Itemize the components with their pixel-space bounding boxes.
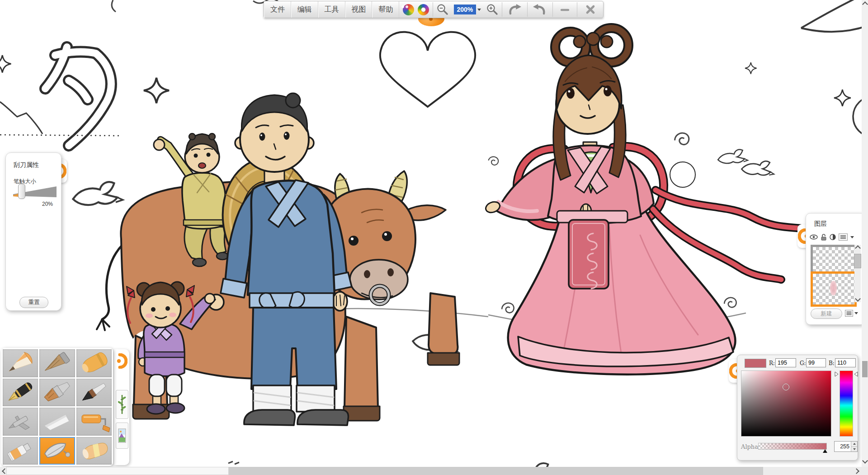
tool-crayon[interactable] xyxy=(76,349,112,377)
scraper-panel-title: 刮刀属性 xyxy=(14,161,39,169)
alpha-spinner[interactable]: 255 xyxy=(834,441,858,452)
menu-help[interactable]: 帮助 xyxy=(372,1,399,18)
tool-fountain-pen[interactable] xyxy=(3,379,38,407)
alpha-value: 255 xyxy=(835,442,851,451)
picture-icon xyxy=(118,426,126,445)
brush-size-value: 20% xyxy=(42,201,53,207)
layer-1-thumbnail[interactable] xyxy=(811,245,857,275)
scroll-right-arrow[interactable] xyxy=(854,468,859,474)
r-input[interactable] xyxy=(775,358,796,367)
b-input[interactable] xyxy=(835,358,856,367)
saturation-value-square[interactable] xyxy=(741,370,831,437)
minimize-button[interactable] xyxy=(553,1,577,18)
g-label: G: xyxy=(800,360,806,366)
menu-view[interactable]: 视图 xyxy=(345,1,373,18)
zoom-out-icon[interactable] xyxy=(433,1,452,18)
tool-palette xyxy=(1,348,113,466)
layer-list-menu-caret[interactable] xyxy=(854,312,858,314)
bamboo-icon xyxy=(118,394,126,415)
menu-tools[interactable]: 工具 xyxy=(318,1,345,18)
brush-size-label: 笔触大小 xyxy=(14,178,36,185)
menu-edit[interactable]: 编辑 xyxy=(291,1,318,18)
layer-2-thumbnail[interactable] xyxy=(811,271,857,307)
tool-paint-roller[interactable] xyxy=(76,408,112,436)
menu-file[interactable]: 文件 xyxy=(264,1,291,18)
r-label: R: xyxy=(769,360,775,366)
tool-ink-brush[interactable] xyxy=(76,379,112,407)
tool-wooden-pen[interactable] xyxy=(39,349,75,377)
redo-button[interactable] xyxy=(528,1,552,18)
color-picker-panel: R: G: B: Alpha 255 xyxy=(737,355,858,461)
weaver-girl xyxy=(484,28,810,375)
layer-menu-caret[interactable] xyxy=(850,236,854,238)
unlock-icon[interactable] xyxy=(821,234,827,241)
alpha-marker[interactable] xyxy=(822,449,828,453)
tool-scraper[interactable] xyxy=(39,437,75,465)
tool-eraser[interactable] xyxy=(76,437,112,465)
heart-outline xyxy=(380,32,475,107)
hue-marker-left[interactable] xyxy=(835,371,839,377)
b-label: B: xyxy=(829,360,835,366)
app-swirl-icon[interactable] xyxy=(418,1,433,18)
layers-panel: 图层 新建 xyxy=(806,213,865,325)
zoom-dropdown-button[interactable] xyxy=(476,1,483,18)
zoom-level-value[interactable]: 200% xyxy=(454,5,476,14)
crescent-moon xyxy=(801,0,868,32)
new-layer-button[interactable]: 新建 xyxy=(811,309,842,319)
alpha-down-button[interactable] xyxy=(851,446,857,452)
scroll-down-arrow[interactable] xyxy=(862,458,868,464)
alpha-up-button[interactable] xyxy=(851,442,857,446)
current-color-swatch xyxy=(745,359,766,368)
reset-button[interactable]: 重置 xyxy=(19,297,48,308)
close-button[interactable] xyxy=(577,1,603,18)
horizontal-scroll-track[interactable] xyxy=(229,467,763,475)
horizontal-scrollbar[interactable] xyxy=(0,467,868,475)
hue-marker-right[interactable] xyxy=(854,371,858,377)
layers-scrollbar[interactable] xyxy=(854,245,861,302)
layer-list-menu-icon[interactable] xyxy=(845,310,853,317)
char-qixi xyxy=(45,47,111,146)
brush-size-slider[interactable] xyxy=(18,184,25,199)
layer-menu-icon[interactable] xyxy=(839,233,848,241)
tool-paint-tube[interactable] xyxy=(3,437,38,465)
layer-2-content-preview xyxy=(830,281,837,295)
alpha-label: Alpha xyxy=(741,443,758,450)
blend-contrast-icon[interactable] xyxy=(830,234,836,240)
alpha-bar[interactable] xyxy=(758,443,827,450)
scroll-up-arrow[interactable] xyxy=(862,1,868,7)
picture-stamp-button[interactable] xyxy=(116,423,128,449)
tool-paintbrush[interactable] xyxy=(39,379,75,407)
tool-airbrush[interactable] xyxy=(3,408,38,436)
horizontal-scroll-thumb[interactable] xyxy=(6,467,229,475)
zoom-in-icon[interactable] xyxy=(483,1,502,18)
scraper-properties-panel: 刮刀属性 笔触大小 20% 重置 xyxy=(5,152,61,311)
layers-panel-title: 图层 xyxy=(814,220,827,228)
sv-cursor[interactable] xyxy=(783,384,789,390)
vertical-scrollbar[interactable] xyxy=(862,0,868,467)
palette-side-strip xyxy=(114,349,129,465)
bamboo-stamp-button[interactable] xyxy=(116,390,128,419)
app-figure-icon[interactable] xyxy=(399,1,418,18)
g-input[interactable] xyxy=(806,358,826,367)
main-toolbar: 文件 编辑 工具 视图 帮助 200% xyxy=(264,1,604,18)
palette-handle[interactable] xyxy=(114,353,129,369)
brush-cursor xyxy=(670,162,695,187)
undo-button[interactable] xyxy=(502,1,527,18)
tool-pencil[interactable] xyxy=(3,349,38,377)
hue-bar[interactable] xyxy=(840,370,853,437)
visibility-eye-icon[interactable] xyxy=(810,234,818,240)
tool-chalk[interactable] xyxy=(39,408,75,436)
vertical-scroll-thumb[interactable] xyxy=(862,361,868,377)
